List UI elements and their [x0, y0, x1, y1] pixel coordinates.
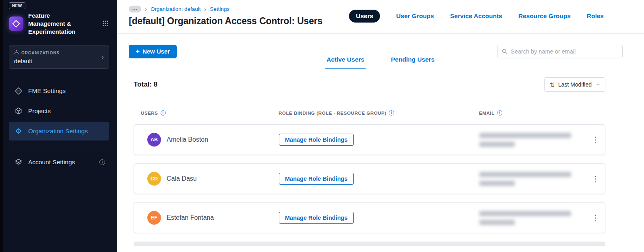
sort-dropdown[interactable]: ⇅ Last Modified — [544, 77, 605, 92]
tab-pending-users[interactable]: Pending Users — [389, 56, 436, 69]
search-icon — [502, 48, 508, 54]
org-selector-value: default — [14, 58, 60, 64]
sidebar-item-organization-settings[interactable]: ⚙ Organization Settings — [9, 122, 109, 140]
breadcrumb: ••• › Organization: default › Settings — [129, 6, 322, 12]
layers-icon — [14, 158, 23, 166]
kebab-menu-button[interactable]: ⋮ — [589, 134, 602, 145]
new-user-button-label: New User — [142, 48, 170, 55]
app-title: Feature Management & Experimentation — [28, 12, 81, 36]
partial-next-row — [134, 242, 605, 246]
sort-label: Last Modified — [558, 81, 592, 88]
column-header-email: EMAIL i — [479, 110, 586, 116]
table-row: EF Estefan Fontana Manage Role Bindings … — [134, 202, 605, 233]
manage-role-bindings-button[interactable]: Manage Role Bindings — [279, 173, 354, 185]
gear-icon: ⚙ — [14, 128, 23, 135]
user-name: Amelia Boston — [167, 136, 208, 143]
new-badge: NEW — [9, 2, 25, 9]
user-rows: AB Amelia Boston Manage Role Bindings ⋮ — [134, 124, 605, 246]
sidebar-divider — [9, 147, 109, 147]
avatar: EF — [147, 211, 161, 225]
app-window: NEW Feature Management & Experimentation — [0, 0, 644, 252]
table-row: AB Amelia Boston Manage Role Bindings ⋮ — [134, 124, 605, 155]
fme-settings-icon — [14, 87, 23, 95]
tab-users[interactable]: Users — [349, 10, 380, 23]
sidebar-item-label: FME Settings — [28, 87, 66, 95]
sidebar-nav: FME Settings Projects ⚙ Organization Set… — [3, 82, 117, 140]
info-icon[interactable]: i — [161, 110, 166, 116]
table-row: CD Cala Dasu Manage Role Bindings ⋮ — [134, 163, 605, 194]
kebab-menu-button[interactable]: ⋮ — [589, 212, 602, 223]
breadcrumb-overflow-button[interactable]: ••• — [129, 6, 141, 12]
user-name: Cala Dasu — [167, 175, 197, 182]
search-box — [497, 45, 623, 58]
table-header: USERS i ROLE BINDING (ROLE - RESOURCE GR… — [134, 110, 605, 116]
new-user-button[interactable]: + New User — [129, 45, 177, 58]
chevron-down-icon — [595, 82, 600, 87]
breadcrumb-settings-link[interactable]: Settings — [210, 6, 230, 12]
kebab-menu-button[interactable]: ⋮ — [589, 173, 602, 184]
tab-service-accounts[interactable]: Service Accounts — [450, 12, 502, 20]
info-icon[interactable]: i — [389, 110, 394, 116]
org-selector-label: ORGANIZATIONS — [21, 51, 60, 55]
avatar: CD — [147, 172, 161, 186]
column-header-role-binding: ROLE BINDING (ROLE - RESOURCE GROUP) i — [279, 110, 479, 116]
apps-grid-icon[interactable] — [100, 18, 111, 30]
sidebar: NEW Feature Management & Experimentation — [3, 0, 117, 252]
window-edge-strip — [0, 0, 3, 252]
sidebar-item-label: Account Settings — [28, 159, 75, 166]
sidebar-item-label: Organization Settings — [28, 128, 88, 135]
access-control-tabs: Users User Groups Service Accounts Resou… — [349, 10, 604, 23]
projects-icon — [14, 107, 23, 115]
org-hierarchy-icon — [14, 50, 19, 56]
chevron-right-icon: › — [204, 6, 206, 12]
sidebar-item-fme-settings[interactable]: FME Settings — [9, 82, 109, 100]
app-logo-icon — [9, 17, 23, 31]
manage-role-bindings-button[interactable]: Manage Role Bindings — [279, 134, 354, 146]
plus-icon: + — [136, 48, 140, 55]
user-name: Estefan Fontana — [167, 214, 214, 221]
tab-active-users[interactable]: Active Users — [325, 56, 366, 69]
user-view-tabs: Active Users Pending Users — [325, 56, 436, 69]
breadcrumb-organization-link[interactable]: Organization: default — [151, 6, 201, 12]
main-content: ••• › Organization: default › Settings [… — [117, 0, 644, 252]
sidebar-item-account-settings[interactable]: Account Settings i — [9, 153, 109, 171]
email-redacted — [479, 133, 586, 147]
organization-selector[interactable]: ORGANIZATIONS default › — [9, 45, 109, 69]
search-input[interactable] — [511, 48, 618, 55]
manage-role-bindings-button[interactable]: Manage Role Bindings — [279, 212, 354, 224]
chevron-right-icon: › — [145, 6, 147, 12]
page-title: [default] Organization Access Control: U… — [129, 16, 322, 27]
users-list-section: Total: 8 ⇅ Last Modified USERS i ROLE BI… — [117, 69, 644, 246]
tab-resource-groups[interactable]: Resource Groups — [518, 12, 571, 20]
sidebar-header: NEW Feature Management & Experimentation — [3, 0, 117, 40]
tab-user-groups[interactable]: User Groups — [396, 12, 434, 20]
chevron-right-icon: › — [101, 54, 104, 61]
total-count: Total: 8 — [134, 81, 157, 89]
avatar: AB — [147, 133, 161, 147]
sort-icon: ⇅ — [549, 82, 555, 88]
toolbar: + New User Active Users Pending Users — [117, 34, 644, 69]
email-redacted — [479, 172, 586, 186]
email-redacted — [479, 211, 586, 225]
ellipsis-icon: ••• — [132, 7, 138, 11]
info-icon[interactable]: i — [99, 159, 105, 165]
column-header-users: USERS i — [141, 110, 279, 116]
sidebar-item-projects[interactable]: Projects — [9, 102, 109, 120]
info-icon[interactable]: i — [497, 110, 502, 116]
sidebar-item-label: Projects — [28, 107, 51, 115]
tab-roles[interactable]: Roles — [587, 12, 604, 20]
page-header: ••• › Organization: default › Settings [… — [117, 0, 644, 34]
